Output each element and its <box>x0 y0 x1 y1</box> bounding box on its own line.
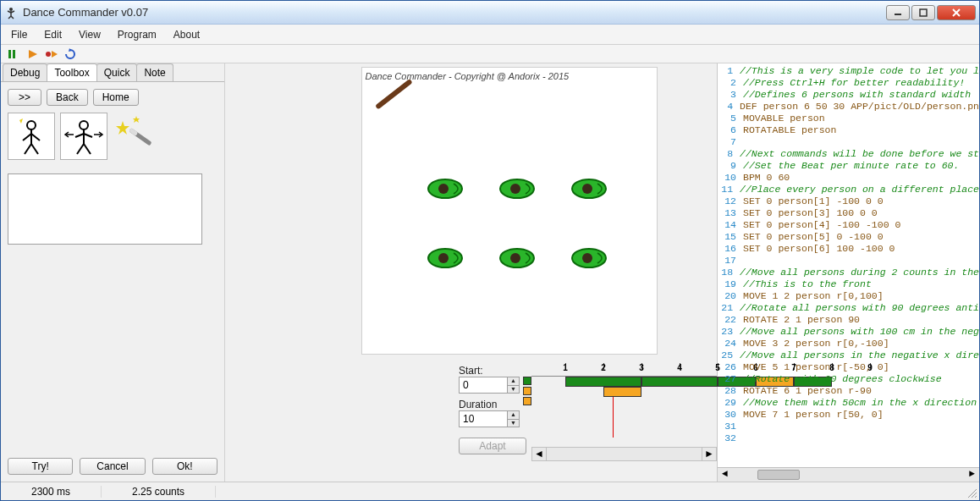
code-text[interactable]: //Move all persons with 100 cm in the ne… <box>740 326 979 338</box>
tab-debug[interactable]: Debug <box>3 63 47 81</box>
code-line[interactable]: 29//Move them with 50cm in the x directi… <box>718 397 979 409</box>
code-text[interactable]: SET 0 person[3] 100 0 0 <box>743 207 979 219</box>
code-line[interactable]: 17 <box>718 255 979 267</box>
ok-button[interactable]: Ok! <box>152 458 217 475</box>
cancel-button[interactable]: Cancel <box>80 458 145 475</box>
titlebar[interactable]: Dance Commander v0.07 <box>1 1 979 25</box>
code-line[interactable]: 23//Move all persons with 100 cm in the … <box>718 326 979 338</box>
code-text[interactable] <box>743 421 979 432</box>
minimize-button[interactable] <box>886 5 910 20</box>
tab-quick[interactable]: Quick <box>96 63 138 81</box>
code-line[interactable]: 19//This is to the front <box>718 278 979 290</box>
scroll-right-icon[interactable]: ► <box>702 448 716 460</box>
play-pause-icon[interactable] <box>8 47 21 61</box>
code-line[interactable]: 10BPM 0 60 <box>718 172 979 184</box>
timeline-segment[interactable] <box>523 377 531 385</box>
code-line[interactable]: 27//Rotate with 90 degrees clockwise <box>718 373 979 385</box>
code-line[interactable]: 13SET 0 person[3] 100 0 0 <box>718 207 979 219</box>
code-line[interactable]: 31 <box>718 421 979 432</box>
code-line[interactable]: 11//Place every person on a different pl… <box>718 184 979 195</box>
home-button[interactable]: Home <box>93 89 139 106</box>
code-scrollbar[interactable]: ◄ ► <box>718 467 979 482</box>
code-line[interactable]: 26MOVE 5 1 person r[-50, 0] <box>718 361 979 373</box>
start-down-icon[interactable]: ▼ <box>507 386 519 394</box>
code-line[interactable]: 25//Move all persons in the negative x d… <box>718 350 979 361</box>
stage[interactable]: Dance Commander - Copyright @ Andorix - … <box>361 67 658 355</box>
resize-grip-icon[interactable] <box>966 487 977 498</box>
code-text[interactable]: //Move all persons during 2 counts in th… <box>740 267 979 278</box>
tab-toolbox[interactable]: Toolbox <box>47 63 96 81</box>
code-line[interactable]: 5MOVABLE person <box>718 113 979 124</box>
menu-view[interactable]: View <box>79 29 101 41</box>
code-line[interactable]: 8//Next commands will be done before we … <box>718 148 979 160</box>
play-icon[interactable] <box>26 47 40 61</box>
scroll-track[interactable] <box>547 448 702 460</box>
code-text[interactable]: SET 0 person[6] 100 -100 0 <box>743 243 979 255</box>
maximize-button[interactable] <box>911 5 935 20</box>
code-text[interactable]: //Defines 6 persons with standard width <box>743 89 979 101</box>
tool-wand[interactable] <box>113 113 160 160</box>
menu-program[interactable]: Program <box>118 29 157 41</box>
code-line[interactable]: 7 <box>718 136 979 148</box>
timeline-rows[interactable] <box>531 377 717 438</box>
code-text[interactable]: //Rotate with 90 degrees clockwise <box>743 373 979 385</box>
menu-about[interactable]: About <box>173 29 200 41</box>
code-scroll-track[interactable] <box>732 468 965 482</box>
record-play-icon[interactable] <box>45 47 58 61</box>
code-text[interactable] <box>743 432 979 444</box>
code-text[interactable] <box>743 255 979 267</box>
dancer[interactable] <box>570 245 608 271</box>
code-text[interactable]: //Next commands will be done before we s… <box>740 148 979 160</box>
duration-up-icon[interactable]: ▲ <box>507 411 519 420</box>
code-text[interactable]: //This is a very simple code to let you … <box>740 65 979 77</box>
code-text[interactable]: //Place every person on a different plac… <box>740 184 979 195</box>
code-scroll-right-icon[interactable]: ► <box>965 468 979 482</box>
code-line[interactable]: 6ROTATABLE person <box>718 124 979 136</box>
code-line[interactable]: 1//This is a very simple code to let you… <box>718 65 979 77</box>
timeline-scrollbar[interactable]: ◄ ► <box>531 447 717 461</box>
tool-actor-single[interactable] <box>8 113 55 160</box>
timeline[interactable]: 123456789 <box>531 363 717 456</box>
code-text[interactable]: //This is to the front <box>743 278 979 290</box>
code-line[interactable]: 15SET 0 person[5] 0 -100 0 <box>718 231 979 243</box>
code-line[interactable]: 18//Move all persons during 2 counts in … <box>718 267 979 278</box>
code-scroll-left-icon[interactable]: ◄ <box>718 468 732 482</box>
duration-field[interactable] <box>460 411 507 427</box>
menu-file[interactable]: File <box>11 29 27 41</box>
code-text[interactable]: //Move them with 50cm in the x direction <box>743 397 979 409</box>
code-text[interactable]: MOVE 3 2 person r[0,-100] <box>743 338 979 350</box>
duration-down-icon[interactable]: ▼ <box>507 420 519 427</box>
code-text[interactable]: SET 0 person[5] 0 -100 0 <box>743 231 979 243</box>
start-input[interactable]: ▲▼ <box>459 377 520 394</box>
code-line[interactable]: 14SET 0 person[4] -100 -100 0 <box>718 219 979 231</box>
dancer[interactable] <box>498 245 537 271</box>
menu-edit[interactable]: Edit <box>44 29 62 41</box>
code-text[interactable]: SET 0 person[4] -100 -100 0 <box>743 219 979 231</box>
duration-input[interactable]: ▲▼ <box>459 410 520 427</box>
code-text[interactable]: MOVE 5 1 person r[-50, 0] <box>743 361 979 373</box>
close-button[interactable] <box>937 5 976 20</box>
adapt-button[interactable]: Adapt <box>459 438 526 454</box>
code-text[interactable]: BPM 0 60 <box>743 172 979 184</box>
timeline-segment[interactable] <box>523 387 531 395</box>
scroll-left-icon[interactable]: ◄ <box>532 448 547 460</box>
dancer[interactable] <box>498 176 537 201</box>
timeline-segment[interactable] <box>565 377 641 387</box>
code-lines[interactable]: 1//This is a very simple code to let you… <box>718 63 979 446</box>
code-text[interactable]: ROTATABLE person <box>743 124 979 136</box>
code-text[interactable]: //Move all persons in the negative x dir… <box>740 350 979 361</box>
start-field[interactable] <box>460 377 507 393</box>
code-line[interactable]: 4DEF person 6 50 30 APP/pict/OLD/person.… <box>718 101 979 113</box>
code-text[interactable]: SET 0 person[1] -100 0 0 <box>743 195 979 207</box>
code-line[interactable]: 30MOVE 7 1 person r[50, 0] <box>718 409 979 421</box>
dancer[interactable] <box>570 176 608 201</box>
code-text[interactable]: DEF person 6 50 30 APP/pict/OLD/person.p… <box>740 101 979 113</box>
code-text[interactable]: //Set the Beat per minute rate to 60. <box>743 160 979 172</box>
toolbox-textarea[interactable] <box>8 173 202 245</box>
code-text[interactable]: MOVABLE person <box>743 113 979 124</box>
back-button[interactable]: Back <box>47 89 88 106</box>
dancer[interactable] <box>426 245 465 271</box>
timeline-segment[interactable] <box>641 377 718 387</box>
dancer[interactable] <box>426 176 465 201</box>
code-scroll[interactable]: 1//This is a very simple code to let you… <box>718 63 979 467</box>
